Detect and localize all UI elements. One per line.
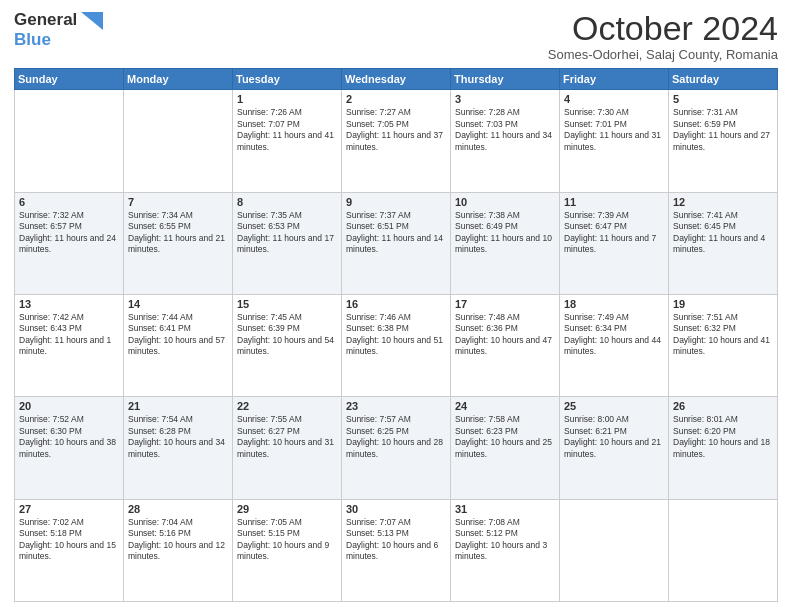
table-row: 8Sunrise: 7:35 AMSunset: 6:53 PMDaylight… bbox=[233, 192, 342, 294]
table-row: 21Sunrise: 7:54 AMSunset: 6:28 PMDayligh… bbox=[124, 397, 233, 499]
table-row: 15Sunrise: 7:45 AMSunset: 6:39 PMDayligh… bbox=[233, 295, 342, 397]
table-row: 1Sunrise: 7:26 AMSunset: 7:07 PMDaylight… bbox=[233, 90, 342, 192]
table-row: 28Sunrise: 7:04 AMSunset: 5:16 PMDayligh… bbox=[124, 499, 233, 601]
table-row bbox=[124, 90, 233, 192]
calendar-week-2: 6Sunrise: 7:32 AMSunset: 6:57 PMDaylight… bbox=[15, 192, 778, 294]
table-row: 17Sunrise: 7:48 AMSunset: 6:36 PMDayligh… bbox=[451, 295, 560, 397]
table-row: 11Sunrise: 7:39 AMSunset: 6:47 PMDayligh… bbox=[560, 192, 669, 294]
col-monday: Monday bbox=[124, 69, 233, 90]
calendar-week-5: 27Sunrise: 7:02 AMSunset: 5:18 PMDayligh… bbox=[15, 499, 778, 601]
col-friday: Friday bbox=[560, 69, 669, 90]
table-row: 19Sunrise: 7:51 AMSunset: 6:32 PMDayligh… bbox=[669, 295, 778, 397]
table-row: 13Sunrise: 7:42 AMSunset: 6:43 PMDayligh… bbox=[15, 295, 124, 397]
table-row: 18Sunrise: 7:49 AMSunset: 6:34 PMDayligh… bbox=[560, 295, 669, 397]
calendar-week-3: 13Sunrise: 7:42 AMSunset: 6:43 PMDayligh… bbox=[15, 295, 778, 397]
title-block: October 2024 Somes-Odorhei, Salaj County… bbox=[548, 10, 778, 62]
table-row: 20Sunrise: 7:52 AMSunset: 6:30 PMDayligh… bbox=[15, 397, 124, 499]
table-row: 7Sunrise: 7:34 AMSunset: 6:55 PMDaylight… bbox=[124, 192, 233, 294]
table-row: 6Sunrise: 7:32 AMSunset: 6:57 PMDaylight… bbox=[15, 192, 124, 294]
svg-marker-0 bbox=[81, 12, 103, 30]
table-row: 14Sunrise: 7:44 AMSunset: 6:41 PMDayligh… bbox=[124, 295, 233, 397]
month-title: October 2024 bbox=[548, 10, 778, 47]
col-wednesday: Wednesday bbox=[342, 69, 451, 90]
table-row: 24Sunrise: 7:58 AMSunset: 6:23 PMDayligh… bbox=[451, 397, 560, 499]
table-row: 2Sunrise: 7:27 AMSunset: 7:05 PMDaylight… bbox=[342, 90, 451, 192]
calendar-week-4: 20Sunrise: 7:52 AMSunset: 6:30 PMDayligh… bbox=[15, 397, 778, 499]
table-row: 29Sunrise: 7:05 AMSunset: 5:15 PMDayligh… bbox=[233, 499, 342, 601]
calendar-header-row: Sunday Monday Tuesday Wednesday Thursday… bbox=[15, 69, 778, 90]
table-row: 27Sunrise: 7:02 AMSunset: 5:18 PMDayligh… bbox=[15, 499, 124, 601]
calendar-table: Sunday Monday Tuesday Wednesday Thursday… bbox=[14, 68, 778, 602]
table-row: 3Sunrise: 7:28 AMSunset: 7:03 PMDaylight… bbox=[451, 90, 560, 192]
table-row bbox=[669, 499, 778, 601]
col-sunday: Sunday bbox=[15, 69, 124, 90]
table-row: 26Sunrise: 8:01 AMSunset: 6:20 PMDayligh… bbox=[669, 397, 778, 499]
table-row: 10Sunrise: 7:38 AMSunset: 6:49 PMDayligh… bbox=[451, 192, 560, 294]
table-row: 9Sunrise: 7:37 AMSunset: 6:51 PMDaylight… bbox=[342, 192, 451, 294]
table-row: 16Sunrise: 7:46 AMSunset: 6:38 PMDayligh… bbox=[342, 295, 451, 397]
col-thursday: Thursday bbox=[451, 69, 560, 90]
location-subtitle: Somes-Odorhei, Salaj County, Romania bbox=[548, 47, 778, 62]
calendar-week-1: 1Sunrise: 7:26 AMSunset: 7:07 PMDaylight… bbox=[15, 90, 778, 192]
header: General Blue October 2024 Somes-Odorhei,… bbox=[14, 10, 778, 62]
table-row: 23Sunrise: 7:57 AMSunset: 6:25 PMDayligh… bbox=[342, 397, 451, 499]
col-saturday: Saturday bbox=[669, 69, 778, 90]
table-row: 25Sunrise: 8:00 AMSunset: 6:21 PMDayligh… bbox=[560, 397, 669, 499]
logo: General Blue bbox=[14, 10, 103, 49]
table-row bbox=[560, 499, 669, 601]
col-tuesday: Tuesday bbox=[233, 69, 342, 90]
table-row: 22Sunrise: 7:55 AMSunset: 6:27 PMDayligh… bbox=[233, 397, 342, 499]
table-row: 30Sunrise: 7:07 AMSunset: 5:13 PMDayligh… bbox=[342, 499, 451, 601]
table-row: 5Sunrise: 7:31 AMSunset: 6:59 PMDaylight… bbox=[669, 90, 778, 192]
table-row: 31Sunrise: 7:08 AMSunset: 5:12 PMDayligh… bbox=[451, 499, 560, 601]
table-row: 12Sunrise: 7:41 AMSunset: 6:45 PMDayligh… bbox=[669, 192, 778, 294]
table-row bbox=[15, 90, 124, 192]
table-row: 4Sunrise: 7:30 AMSunset: 7:01 PMDaylight… bbox=[560, 90, 669, 192]
logo-arrow-icon bbox=[81, 12, 103, 48]
